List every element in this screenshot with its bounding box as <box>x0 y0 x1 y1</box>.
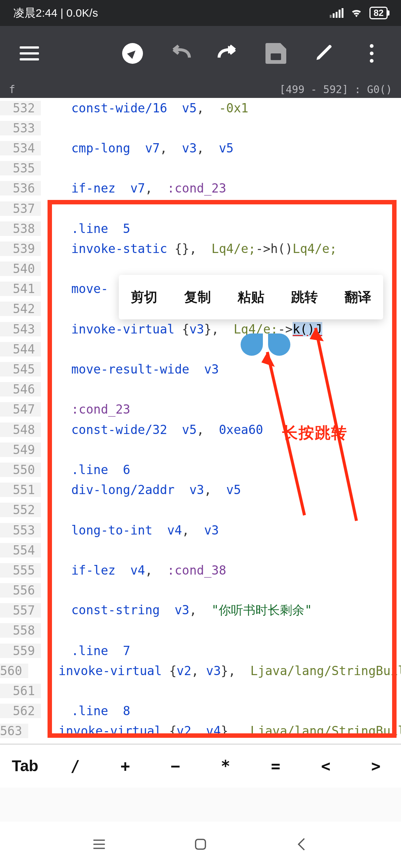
svg-marker-1 <box>261 352 275 367</box>
line-number: 551 <box>0 483 41 497</box>
line-number: 552 <box>0 503 41 517</box>
crumb-right: [499 - 592] : G0() <box>280 83 392 96</box>
breadcrumb: f [499 - 592] : G0() <box>0 81 401 98</box>
status-time: 凌晨2:44 | 0.0K/s <box>13 6 98 21</box>
code-content[interactable]: .line 6 <box>41 463 130 477</box>
undo-button[interactable] <box>158 35 202 72</box>
code-content[interactable]: invoke-virtual {v2, v4}, Ljava/lang/Stri… <box>28 724 401 738</box>
code-line[interactable]: 560invoke-virtual {v2, v3}, Ljava/lang/S… <box>0 661 401 681</box>
battery-icon: 82 <box>369 7 388 19</box>
ctx-translate[interactable]: 翻译 <box>339 288 376 306</box>
code-line[interactable]: 534cmp-long v7, v3, v5 <box>0 138 401 158</box>
code-line[interactable]: 563invoke-virtual {v2, v4}, Ljava/lang/S… <box>0 721 401 741</box>
nav-back[interactable] <box>294 836 310 854</box>
line-number: 560 <box>0 664 28 678</box>
code-line[interactable]: 533 <box>0 118 401 138</box>
more-button[interactable] <box>349 35 394 72</box>
code-line[interactable]: 562.line 8 <box>0 701 401 721</box>
line-number: 558 <box>0 623 41 638</box>
edit-button[interactable] <box>301 35 346 72</box>
line-number: 542 <box>0 302 41 316</box>
status-bar: 凌晨2:44 | 0.0K/s 82 <box>0 0 401 26</box>
sym-star[interactable]: * <box>200 757 251 775</box>
code-line[interactable]: 561 <box>0 681 401 701</box>
code-line[interactable]: 558 <box>0 621 401 641</box>
code-line[interactable]: 559.line 7 <box>0 641 401 661</box>
code-content[interactable]: :cond_23 <box>41 402 130 417</box>
line-number: 561 <box>0 684 41 698</box>
sym-minus[interactable]: − <box>150 757 200 775</box>
status-right: 82 <box>330 6 388 20</box>
menu-button[interactable] <box>7 35 52 72</box>
ctx-jump[interactable]: 跳转 <box>286 288 323 306</box>
code-line[interactable]: 538.line 5 <box>0 218 401 239</box>
line-number: 556 <box>0 583 41 598</box>
ctx-copy[interactable]: 复制 <box>179 288 216 306</box>
code-content[interactable]: move- <box>41 282 108 296</box>
ctx-paste[interactable]: 粘贴 <box>232 288 270 306</box>
line-number: 548 <box>0 423 41 437</box>
code-content[interactable]: .line 7 <box>41 644 130 658</box>
code-content[interactable]: if-lez v4, :cond_38 <box>41 563 226 578</box>
code-line[interactable]: 554 <box>0 540 401 560</box>
line-number: 534 <box>0 141 41 155</box>
sym-lt[interactable]: < <box>301 757 351 775</box>
bottom-gap <box>0 788 401 822</box>
line-number: 549 <box>0 443 41 457</box>
code-content[interactable]: const-string v3, "你听书时长剩余" <box>41 602 312 619</box>
line-number: 547 <box>0 402 41 417</box>
code-content[interactable]: const-wide/32 v5, 0xea60 <box>41 423 263 437</box>
code-content[interactable]: long-to-int v4, v3 <box>41 523 219 537</box>
code-line[interactable]: 535 <box>0 158 401 178</box>
code-content[interactable]: move-result-wide v3 <box>41 362 219 377</box>
code-line[interactable]: 555if-lez v4, :cond_38 <box>0 560 401 580</box>
menu-icon <box>20 46 39 60</box>
code-content[interactable]: if-nez v7, :cond_23 <box>41 181 226 195</box>
compass-icon <box>122 43 143 64</box>
code-content[interactable]: invoke-static {}, Lq4/e;->h()Lq4/e; <box>41 241 337 256</box>
line-number: 559 <box>0 644 41 658</box>
line-number: 533 <box>0 121 41 135</box>
code-content[interactable]: .line 5 <box>41 221 130 236</box>
toolbar <box>0 26 401 81</box>
line-number: 562 <box>0 704 41 718</box>
sym-gt[interactable]: > <box>351 757 401 775</box>
redo-button[interactable] <box>206 35 250 72</box>
compass-button[interactable] <box>110 35 154 72</box>
code-content[interactable]: div-long/2addr v3, v5 <box>41 483 241 497</box>
sym-eq[interactable]: = <box>251 757 301 775</box>
signal-icon <box>330 8 343 18</box>
line-number: 539 <box>0 241 41 256</box>
line-number: 546 <box>0 382 41 397</box>
line-number: 537 <box>0 201 41 216</box>
ctx-cut[interactable]: 剪切 <box>125 288 163 306</box>
line-number: 540 <box>0 262 41 276</box>
code-content[interactable]: invoke-virtual {v2, v3}, Ljava/lang/Stri… <box>28 664 401 678</box>
code-content[interactable]: .line 8 <box>41 704 130 718</box>
sym-tab[interactable]: Tab <box>0 757 50 775</box>
nav-recents[interactable] <box>91 836 107 854</box>
code-line[interactable]: 564 <box>0 741 401 744</box>
svg-marker-3 <box>310 328 324 341</box>
code-editor[interactable]: 532const-wide/16 v5, -0x1533534cmp-long … <box>0 98 401 744</box>
code-line[interactable]: 556 <box>0 581 401 601</box>
sym-slash[interactable]: / <box>50 757 100 775</box>
code-line[interactable]: 537 <box>0 198 401 218</box>
line-number: 550 <box>0 463 41 477</box>
code-line[interactable]: 557const-string v3, "你听书时长剩余" <box>0 601 401 621</box>
line-number: 532 <box>0 101 41 115</box>
line-number: 543 <box>0 322 41 336</box>
line-number: 536 <box>0 181 41 195</box>
line-number: 538 <box>0 221 41 236</box>
code-content[interactable]: cmp-long v7, v3, v5 <box>41 141 234 155</box>
sym-plus[interactable]: + <box>100 757 150 775</box>
code-line[interactable]: 536if-nez v7, :cond_23 <box>0 178 401 198</box>
code-line[interactable]: 532const-wide/16 v5, -0x1 <box>0 98 401 118</box>
line-number: 557 <box>0 603 41 618</box>
code-content[interactable]: const-wide/16 v5, -0x1 <box>41 101 248 115</box>
code-line[interactable]: 539invoke-static {}, Lq4/e;->h()Lq4/e; <box>0 239 401 259</box>
save-button[interactable] <box>254 35 298 72</box>
nav-home[interactable] <box>192 836 209 854</box>
line-number: 553 <box>0 523 41 537</box>
edit-icon <box>314 43 333 64</box>
